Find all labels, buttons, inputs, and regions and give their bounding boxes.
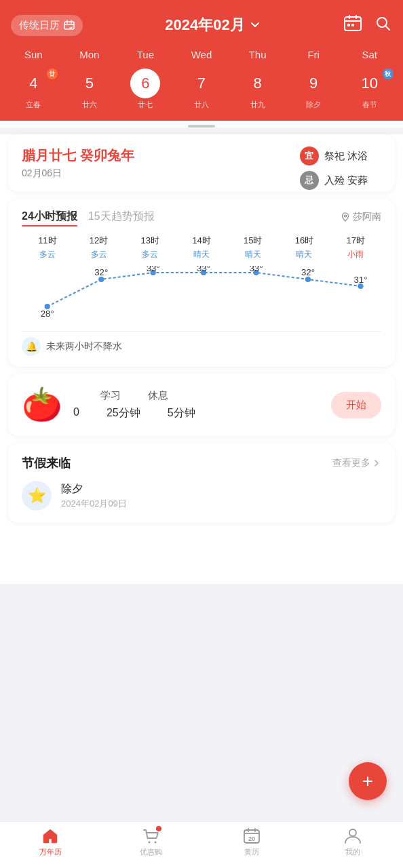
good-text: 祭祀 沐浴 — [324, 150, 368, 163]
lunar-activities: 宜 祭祀 沐浴 忌 入殓 安葬 — [300, 146, 368, 195]
weather-location: 莎阿南 — [341, 211, 381, 223]
day5-number: 5 — [75, 68, 104, 98]
holiday-card: 节假来临 查看更多 ⭐ 除夕 2024年02月09日 — [8, 443, 395, 523]
bad-activity: 忌 入殓 安葬 — [300, 171, 368, 190]
value-rest: 5分钟 — [168, 406, 195, 420]
temp-chart-svg: 28° 32° 33° 33° 33° 32° 31° — [22, 266, 381, 320]
shopping-icon-wrap — [142, 827, 160, 845]
weekday-mon: Mon — [62, 49, 118, 60]
hour-12: 12时 多云 — [73, 235, 125, 260]
home-icon — [41, 827, 59, 845]
weekday-sat: Sat — [341, 49, 398, 60]
calendar-day-10[interactable]: 秋 10 春节 — [341, 68, 398, 110]
more-label: 查看更多 — [332, 457, 370, 469]
bad-badge: 忌 — [300, 171, 319, 190]
chevron-right-icon — [372, 458, 381, 468]
calendar-day-4[interactable]: 廿 4 立春 — [5, 68, 62, 110]
holiday-name: 除夕 — [61, 482, 381, 496]
nav-mine-label: 我的 — [345, 847, 360, 857]
label-study: 学习 — [100, 389, 121, 402]
nav-huangli[interactable]: 20 黄历 — [202, 827, 303, 857]
day4-badge: 廿 — [47, 68, 58, 79]
lunar-title: 腊月廿七 癸卯兔年 — [22, 146, 134, 165]
weather-card: 24小时预报 15天趋势预报 莎阿南 11时 多云 12时 多云 13时 — [8, 199, 395, 367]
lunar-date: 02月06日 — [22, 167, 134, 180]
day9-number: 9 — [299, 68, 328, 98]
lunar-info: 腊月廿七 癸卯兔年 02月06日 — [22, 146, 134, 180]
shopping-dot — [156, 826, 161, 831]
day7-number: 7 — [187, 68, 216, 98]
location-text: 莎阿南 — [353, 211, 381, 223]
nav-calendar-label: 万年历 — [39, 847, 62, 857]
app-header: 传统日历 2024年02月 — [0, 0, 403, 49]
holiday-title: 节假来临 — [22, 455, 71, 471]
svg-point-20 — [148, 842, 150, 844]
calendar-view-btn[interactable] — [343, 14, 362, 36]
header-actions — [343, 14, 392, 36]
main-content: 腊月廿七 癸卯兔年 02月06日 宜 祭祀 沐浴 忌 入殓 安葬 24小时预报 … — [0, 134, 403, 584]
tab-24h[interactable]: 24小时预报 — [22, 210, 77, 224]
holiday-star-icon: ⭐ — [22, 481, 52, 511]
search-icon — [375, 15, 392, 33]
calendar-day-7[interactable]: 7 廿八 — [174, 68, 230, 110]
weekday-header: Sun Mon Tue Wed Thu Fri Sat — [0, 49, 403, 66]
bad-text: 入殓 安葬 — [324, 174, 368, 187]
start-button[interactable]: 开始 — [331, 392, 381, 418]
hourly-row: 11时 多云 12时 多云 13时 多云 14时 晴天 15时 晴天 16时 晴… — [22, 235, 381, 260]
day5-lunar: 廿六 — [82, 100, 97, 110]
svg-text:28°: 28° — [41, 309, 54, 319]
svg-text:33°: 33° — [197, 266, 210, 273]
lunar-card: 腊月廿七 癸卯兔年 02月06日 宜 祭祀 沐浴 忌 入殓 安葬 — [8, 134, 395, 192]
calendar-switch-icon — [64, 20, 75, 31]
nav-calendar[interactable]: 万年历 — [0, 827, 101, 857]
scroll-indicator — [0, 121, 403, 127]
weekday-sun: Sun — [5, 49, 62, 60]
calendar-day-9[interactable]: 9 除夕 — [286, 68, 342, 110]
label-rest: 休息 — [148, 389, 168, 402]
svg-point-11 — [305, 277, 311, 282]
bell-icon: 🔔 — [22, 337, 41, 356]
svg-text:32°: 32° — [94, 267, 108, 277]
day7-lunar: 廿八 — [194, 100, 209, 110]
day8-lunar: 廿九 — [250, 100, 265, 110]
hour-17: 17时 小雨 — [330, 235, 381, 260]
holiday-header: 节假来临 查看更多 — [22, 455, 381, 471]
good-activity: 宜 祭祀 沐浴 — [300, 146, 368, 165]
day8-number: 8 — [243, 68, 273, 98]
weekday-tue: Tue — [117, 49, 174, 60]
calendar-day-5[interactable]: 5 廿六 — [62, 68, 118, 110]
nav-mine[interactable]: 我的 — [303, 827, 404, 857]
weekday-fri: Fri — [286, 49, 342, 60]
svg-rect-3 — [351, 24, 354, 26]
scroll-bar — [188, 125, 215, 127]
month-selector[interactable]: 2024年02月 — [165, 15, 261, 35]
fab-button[interactable]: + — [349, 762, 387, 800]
notif-text: 未来两小时不降水 — [46, 340, 122, 353]
search-btn[interactable] — [375, 15, 392, 35]
svg-point-24 — [349, 829, 356, 836]
nav-shopping[interactable]: 优惠购 — [101, 827, 202, 857]
nav-huangli-label: 黄历 — [244, 847, 259, 857]
holiday-more-btn[interactable]: 查看更多 — [332, 457, 381, 469]
calendar-day-6[interactable]: 6 廿七 — [117, 68, 174, 110]
calendar-icon: 20 — [243, 827, 261, 845]
pomodoro-card: 🍅 学习 休息 0 25分钟 5分钟 开始 — [8, 374, 395, 436]
tomato-icon: 🍅 — [22, 386, 62, 424]
weather-tabs: 24小时预报 15天趋势预报 莎阿南 — [22, 210, 381, 224]
hour-16: 16时 晴天 — [279, 235, 330, 260]
svg-point-21 — [154, 842, 156, 844]
calendar-day-8[interactable]: 8 廿九 — [229, 68, 286, 110]
person-icon — [344, 827, 362, 845]
day4-lunar: 立春 — [26, 100, 41, 110]
svg-point-7 — [98, 277, 104, 282]
calendar-days-row: 廿 4 立春 5 廿六 6 廿七 7 廿八 8 廿九 9 除夕 秋 10 春节 — [0, 66, 403, 121]
tradition-calendar-btn[interactable]: 传统日历 — [11, 15, 83, 36]
svg-point-5 — [345, 215, 347, 217]
hour-11: 11时 多云 — [22, 235, 73, 260]
holiday-item-chuxi[interactable]: ⭐ 除夕 2024年02月09日 — [22, 481, 381, 511]
temperature-chart: 28° 32° 33° 33° 33° 32° 31° — [22, 266, 381, 320]
svg-text:33°: 33° — [250, 266, 263, 273]
pomodoro-values: 0 25分钟 5分钟 — [73, 406, 320, 420]
nav-shopping-label: 优惠购 — [140, 847, 162, 857]
tab-15d[interactable]: 15天趋势预报 — [88, 210, 155, 224]
